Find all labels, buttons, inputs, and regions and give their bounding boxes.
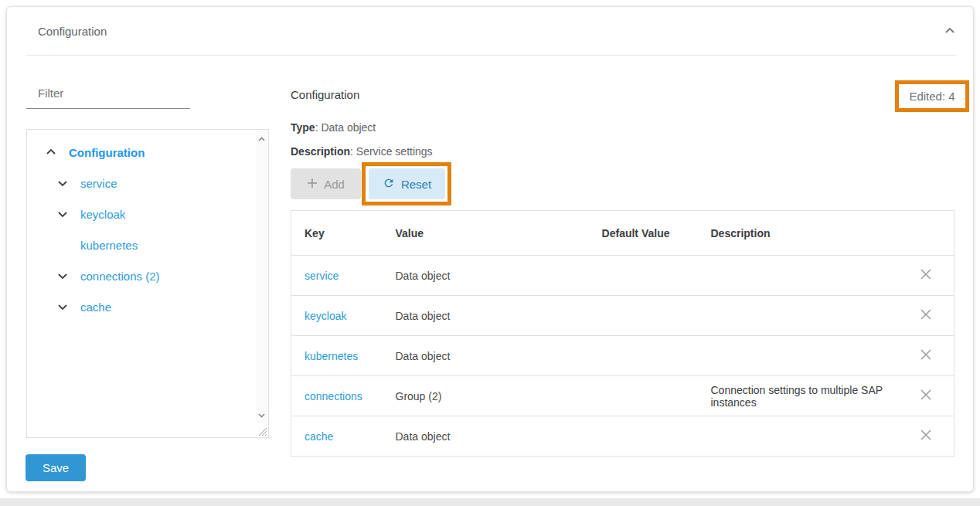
chevron-up-icon <box>944 28 956 39</box>
add-button[interactable]: Add <box>291 168 361 199</box>
description-cell <box>678 296 899 336</box>
col-header-value: Value <box>383 211 597 256</box>
default-value-cell <box>597 296 678 336</box>
tree-item-label: kubernetes <box>80 239 138 252</box>
close-icon <box>919 272 933 284</box>
delete-row-button[interactable] <box>916 264 936 287</box>
refresh-icon <box>383 177 395 192</box>
value-cell: Data object <box>383 256 597 296</box>
key-link[interactable]: keycloak <box>305 310 346 322</box>
col-header-actions <box>899 211 954 256</box>
tree-item-label: cache <box>80 301 111 314</box>
delete-row-button[interactable] <box>916 304 936 327</box>
tree-item-service[interactable]: service <box>57 172 117 194</box>
tree-item-label: service <box>80 177 117 190</box>
description-cell: Connection settings to multiple SAP inst… <box>678 376 899 416</box>
key-link[interactable]: cache <box>305 430 333 443</box>
tree-item-keycloak[interactable]: keycloak <box>57 203 125 225</box>
chevron-down-icon[interactable] <box>57 301 68 312</box>
description-line: Description: Service settings <box>291 145 433 158</box>
config-tree-panel: Configuration service keycloak kubernete… <box>26 129 269 438</box>
description-value: : Service settings <box>350 145 433 158</box>
value-cell: Data object <box>383 336 597 376</box>
tree-item-connections[interactable]: connections (2) <box>57 265 160 287</box>
edited-count-label: Edited: 4 <box>909 90 954 103</box>
chevron-down-icon[interactable] <box>57 178 68 188</box>
add-button-label: Add <box>324 178 345 191</box>
tree-item-configuration[interactable]: Configuration <box>46 141 145 163</box>
page-background <box>0 498 980 506</box>
save-button[interactable]: Save <box>26 454 86 481</box>
col-header-default-value: Default Value <box>597 211 678 256</box>
tree-item-label: connections (2) <box>80 270 160 283</box>
description-cell <box>678 336 899 376</box>
delete-row-button[interactable] <box>916 425 936 447</box>
edited-count-badge: Edited: 4 <box>895 80 969 112</box>
key-link[interactable]: connections <box>305 390 362 402</box>
description-cell <box>678 416 899 457</box>
scroll-down-icon[interactable] <box>257 409 267 419</box>
chevron-down-icon[interactable] <box>57 270 68 281</box>
close-icon <box>919 312 933 324</box>
configuration-card: Configuration Configuration service keyc… <box>6 6 974 492</box>
chevron-down-icon[interactable] <box>57 209 68 219</box>
plus-icon <box>307 178 318 191</box>
table-row: keycloak Data object <box>291 296 954 336</box>
close-icon <box>919 433 933 444</box>
type-label: Type <box>291 121 315 134</box>
close-icon <box>919 352 933 364</box>
col-header-description: Description <box>678 211 899 256</box>
default-value-cell <box>597 416 678 457</box>
tree-item-label: Configuration <box>69 146 145 159</box>
tree-item-label: keycloak <box>80 208 125 221</box>
tree-scrollbar[interactable] <box>256 131 267 423</box>
table-row: cache Data object <box>291 416 954 457</box>
reset-button-label: Reset <box>401 178 431 191</box>
value-cell: Data object <box>383 296 597 336</box>
description-cell <box>678 256 899 296</box>
scroll-up-icon[interactable] <box>257 134 267 144</box>
reset-button[interactable]: Reset <box>369 168 445 199</box>
delete-row-button[interactable] <box>916 385 936 407</box>
table-row: kubernetes Data object <box>291 336 954 376</box>
chevron-spacer <box>57 239 68 250</box>
value-cell: Group (2) <box>383 376 597 416</box>
description-label: Description <box>291 145 350 158</box>
header-divider <box>26 55 956 56</box>
filter-input[interactable] <box>26 78 190 109</box>
type-value: : Data object <box>315 121 376 134</box>
table-row: service Data object <box>291 256 954 296</box>
tree-item-cache[interactable]: cache <box>57 296 111 318</box>
details-title: Configuration <box>291 88 359 101</box>
col-header-key: Key <box>291 211 383 256</box>
card-title: Configuration <box>38 25 107 38</box>
key-link[interactable]: kubernetes <box>305 350 358 362</box>
default-value-cell <box>597 336 678 376</box>
type-line: Type: Data object <box>291 121 376 134</box>
table-row: connections Group (2) Connection setting… <box>291 376 954 416</box>
default-value-cell <box>597 376 678 416</box>
config-table: Key Value Default Value Description serv… <box>291 210 954 457</box>
chevron-up-icon[interactable] <box>46 147 56 158</box>
value-cell: Data object <box>383 416 597 457</box>
close-icon <box>919 392 933 404</box>
key-link[interactable]: service <box>305 270 339 282</box>
collapse-panel-button[interactable] <box>939 21 961 42</box>
delete-row-button[interactable] <box>916 345 936 367</box>
table-header-row: Key Value Default Value Description <box>291 211 954 256</box>
default-value-cell <box>597 256 678 296</box>
resize-grip-icon[interactable] <box>257 426 267 436</box>
tree-item-kubernetes[interactable]: kubernetes <box>57 234 138 256</box>
